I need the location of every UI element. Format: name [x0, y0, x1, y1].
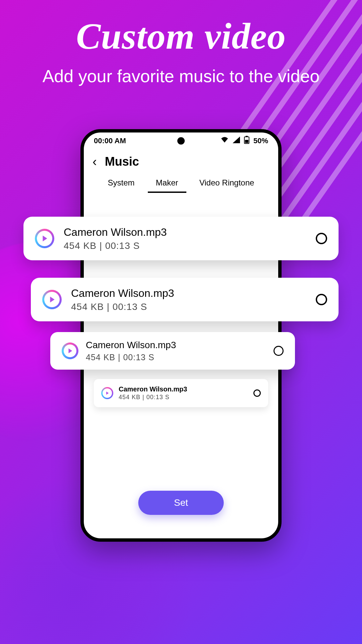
- signal-icon: [233, 137, 240, 145]
- hero-subtitle: Add your favorite music to the video: [0, 65, 362, 87]
- track-row[interactable]: Cameron Wilson.mp3 454 KB | 00:13 S: [23, 217, 339, 260]
- svg-rect-2: [245, 140, 248, 143]
- battery-icon: [244, 136, 249, 146]
- set-button[interactable]: Set: [138, 491, 224, 515]
- track-name: Cameron Wilson.mp3: [86, 340, 274, 351]
- track-name: Cameron Wilson.mp3: [71, 287, 316, 300]
- play-icon[interactable]: [62, 342, 78, 359]
- select-radio[interactable]: [274, 346, 284, 356]
- track-meta: 454 KB | 00:13 S: [119, 394, 253, 401]
- hero-title: Custom video: [0, 15, 362, 58]
- tab-system[interactable]: System: [106, 175, 137, 193]
- camera-dot: [177, 137, 185, 145]
- back-button[interactable]: ‹: [93, 155, 97, 168]
- track-row[interactable]: Cameron Wilson.mp3 454 KB | 00:13 S: [94, 379, 268, 407]
- tab-video-ringtone[interactable]: Video Ringtone: [197, 175, 256, 193]
- track-row[interactable]: Cameron Wilson.mp3 454 KB | 00:13 S: [50, 332, 295, 370]
- battery-percent: 50%: [253, 137, 268, 145]
- status-time: 00:00 AM: [94, 137, 126, 145]
- play-icon[interactable]: [42, 290, 62, 309]
- track-meta: 454 KB | 00:13 S: [86, 353, 274, 362]
- track-meta: 454 KB | 00:13 S: [71, 302, 316, 312]
- tab-bar: System Maker Video Ringtone: [84, 172, 278, 193]
- select-radio[interactable]: [316, 233, 327, 244]
- track-row[interactable]: Cameron Wilson.mp3 454 KB | 00:13 S: [31, 278, 339, 321]
- wifi-icon: [221, 137, 229, 145]
- play-icon[interactable]: [101, 387, 113, 399]
- page-title: Music: [105, 155, 139, 169]
- svg-rect-1: [246, 136, 248, 137]
- select-radio[interactable]: [316, 294, 327, 305]
- select-radio[interactable]: [253, 389, 261, 397]
- tab-maker[interactable]: Maker: [154, 175, 180, 193]
- play-icon[interactable]: [35, 229, 54, 248]
- track-name: Cameron Wilson.mp3: [119, 385, 253, 393]
- track-name: Cameron Wilson.mp3: [64, 226, 316, 238]
- track-meta: 454 KB | 00:13 S: [64, 240, 316, 251]
